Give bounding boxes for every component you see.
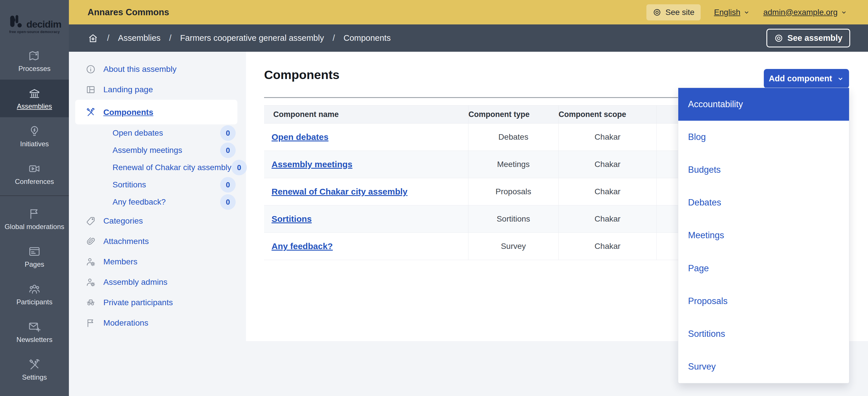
component-name-link[interactable]: Open debates — [272, 132, 329, 142]
decidim-logo-text: decidim — [26, 20, 61, 28]
assembly-menu-item-about-this-assembly[interactable]: About this assembly — [75, 59, 237, 79]
sidebar-item-initiatives[interactable]: Initiatives — [0, 117, 69, 155]
chevron-down-icon — [837, 75, 844, 83]
component-scope-value: Chakar — [594, 215, 620, 224]
sidebar-item-label: Global moderations — [3, 223, 65, 230]
sidebar-item-processes[interactable]: Processes — [0, 42, 69, 80]
sidebar-item-assemblies[interactable]: Assemblies — [0, 80, 69, 117]
component-menu-item-open-debates[interactable]: Open debates0 — [75, 124, 237, 142]
sidebar-item-newsletters[interactable]: Newsletters — [0, 313, 69, 350]
top-bar: Annares Commons See site English admin@e… — [69, 0, 868, 24]
count-badge: 0 — [220, 125, 236, 141]
add-component-button[interactable]: Add component — [764, 69, 849, 88]
video-camera-icon — [28, 162, 41, 175]
component-type-cell: Meetings — [468, 151, 559, 178]
breadcrumb-bar: /Assemblies/Farmers cooperative general … — [69, 24, 868, 52]
add-component-menu-item-proposals[interactable]: Proposals — [678, 285, 849, 317]
component-name-link[interactable]: Any feedback? — [272, 242, 333, 251]
user-menu[interactable]: admin@example.org — [763, 8, 847, 17]
component-name-link[interactable]: Assembly meetings — [272, 160, 352, 169]
decidim-admin-app: Annares Commons See site English admin@e… — [0, 0, 868, 396]
add-component-menu-item-meetings[interactable]: Meetings — [678, 219, 849, 252]
lightbulb-icon — [28, 124, 41, 138]
component-name-link[interactable]: Sortitions — [272, 214, 312, 224]
component-menu-item-sortitions[interactable]: Sortitions0 — [75, 176, 237, 193]
component-type-value: Meetings — [497, 160, 530, 169]
component-type-cell: Proposals — [468, 178, 559, 205]
sidebar-item-participants[interactable]: Participants — [0, 275, 69, 313]
sidebar-item-conferences[interactable]: Conferences — [0, 155, 69, 193]
tools-icon — [28, 358, 41, 371]
breadcrumb-separator: / — [107, 33, 110, 43]
component-menu-item-label: Open debates — [113, 129, 163, 138]
sidebar-item-settings[interactable]: Settings — [0, 350, 69, 388]
component-name-cell: Open debates — [264, 123, 468, 151]
assembly-menu-item-private-participants[interactable]: Private participants — [75, 292, 237, 313]
component-name-cell: Renewal of Chakar city assembly — [264, 178, 468, 205]
table-header-cell: Component type — [468, 105, 559, 123]
organization-name: Annares Commons — [88, 7, 169, 18]
component-menu-item-assembly-meetings[interactable]: Assembly meetings0 — [75, 142, 237, 159]
component-name-link[interactable]: Renewal of Chakar city assembly — [272, 187, 408, 197]
top-bar-actions: See site English admin@example.org — [646, 4, 868, 20]
assembly-menu-item-landing-page[interactable]: Landing page — [75, 79, 237, 100]
add-component-menu-item-page[interactable]: Page — [678, 252, 849, 285]
see-assembly-button[interactable]: See assembly — [766, 29, 850, 48]
table-header-cell: Component scope — [559, 105, 657, 123]
home-icon[interactable] — [88, 33, 98, 44]
assembly-menu-item-components[interactable]: Components — [75, 100, 237, 124]
component-scope-cell: Chakar — [559, 123, 657, 151]
sidebar-item-label: Newsletters — [15, 336, 53, 343]
assembly-menu: About this assemblyLanding pageComponent… — [69, 52, 246, 396]
assembly-menu-item-attachments[interactable]: Attachments — [75, 231, 237, 251]
component-menu-item-label: Sortitions — [113, 180, 146, 189]
component-scope-cell: Chakar — [559, 233, 657, 260]
assembly-menu-item-label: Assembly admins — [103, 277, 167, 287]
see-assembly-label: See assembly — [787, 33, 842, 43]
sidebar-item-pages[interactable]: Pages — [0, 238, 69, 275]
component-menu-item-label: Assembly meetings — [113, 146, 182, 155]
breadcrumb-item-assemblies[interactable]: Assemblies — [118, 33, 160, 43]
add-component-menu-item-budgets[interactable]: Budgets — [678, 153, 849, 186]
tag-icon — [86, 216, 96, 226]
add-component-menu-item-blog[interactable]: Blog — [678, 121, 849, 153]
breadcrumb-item-farmers-cooperative-general-assembly[interactable]: Farmers cooperative general assembly — [180, 33, 324, 43]
assembly-menu-item-assembly-admins[interactable]: Assembly admins — [75, 272, 237, 292]
bank-icon — [28, 87, 41, 100]
breadcrumb-item-components[interactable]: Components — [344, 33, 391, 43]
count-badge: 0 — [220, 194, 236, 210]
see-site-label: See site — [665, 8, 694, 17]
see-site-button[interactable]: See site — [646, 4, 701, 20]
assembly-menu-item-categories[interactable]: Categories — [75, 210, 237, 231]
component-scope-cell: Chakar — [559, 151, 657, 178]
decidim-logo: decidim free open-source democracy — [0, 0, 69, 34]
count-badge: 0 — [220, 177, 236, 193]
sidebar-item-global-moderations[interactable]: Global moderations — [0, 200, 69, 238]
add-component-menu-item-sortitions[interactable]: Sortitions — [678, 317, 849, 350]
language-selector[interactable]: English — [714, 8, 750, 17]
mail-plus-icon — [28, 320, 41, 333]
component-scope-cell: Chakar — [559, 205, 657, 233]
main-sidebar: decidim free open-source democracy Proce… — [0, 0, 69, 396]
user-email: admin@example.org — [763, 8, 838, 17]
add-component-menu-item-survey[interactable]: Survey — [678, 350, 849, 383]
add-component-menu-item-accountability[interactable]: Accountability — [678, 88, 849, 121]
assembly-menu-item-members[interactable]: Members — [75, 251, 237, 272]
component-type-value: Proposals — [495, 187, 531, 196]
assembly-menu-item-label: Members — [103, 257, 137, 266]
add-component-menu-item-debates[interactable]: Debates — [678, 186, 849, 219]
paperclip-icon — [86, 236, 96, 247]
component-menu-item-label: Renewal of Chakar city assembly — [113, 163, 231, 172]
component-menu-item-any-feedback[interactable]: Any feedback?0 — [75, 193, 237, 210]
component-type-value: Sortitions — [497, 215, 530, 224]
assembly-menu-item-label: Moderations — [103, 318, 148, 328]
person-gear-icon — [86, 257, 96, 267]
chevron-down-icon — [743, 9, 750, 16]
assembly-menu-item-moderations[interactable]: Moderations — [75, 313, 237, 333]
sidebar-nav: ProcessesAssembliesInitiativesConference… — [0, 42, 69, 388]
incognito-icon — [86, 298, 96, 308]
component-menu-item-renewal-of-chakar-city-assembly[interactable]: Renewal of Chakar city assembly0 — [75, 159, 237, 176]
eye-icon — [653, 8, 661, 17]
assembly-menu-item-label: Landing page — [103, 85, 153, 94]
component-menu-item-label: Any feedback? — [113, 197, 166, 207]
